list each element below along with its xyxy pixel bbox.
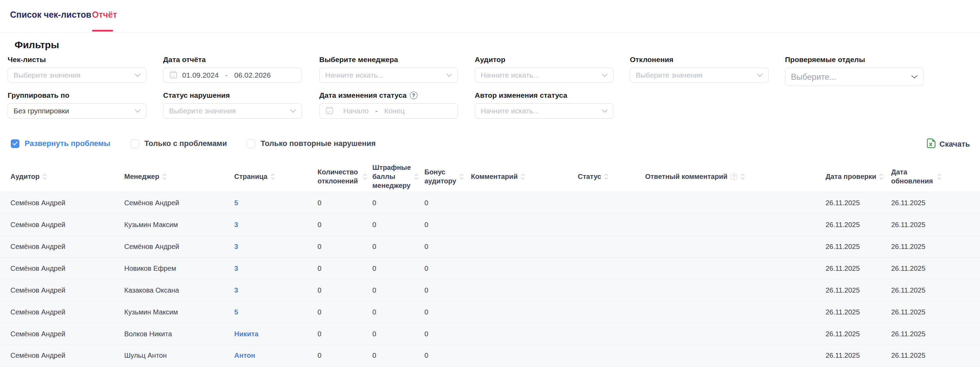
column-label: Аудитор: [10, 172, 40, 181]
cell-check_date: 26.11.2025: [826, 330, 891, 338]
cell-bonus: 0: [425, 243, 471, 251]
tab-report[interactable]: Отчёт: [92, 10, 117, 20]
cell-manager: Семёнов Андрей: [124, 199, 234, 207]
sort-icon[interactable]: [460, 173, 464, 180]
page-link[interactable]: Никита: [234, 330, 259, 338]
filter-manager-placeholder: Начните искать...: [325, 71, 384, 79]
page-link[interactable]: Антон: [234, 351, 255, 359]
cell-manager: Волков Никита: [124, 330, 234, 338]
filter-auditor-placeholder: Начните искать...: [480, 71, 539, 79]
filter-status-change-date-label: Дата изменения статуса: [319, 91, 407, 100]
column-header-bonus[interactable]: Бонус аудитору: [425, 168, 471, 185]
cell-penalty: 0: [372, 199, 425, 207]
cell-page: 5: [234, 199, 318, 207]
column-header-comment[interactable]: Комментарий: [471, 172, 578, 181]
page-link[interactable]: 3: [234, 221, 238, 228]
page-link[interactable]: 5: [234, 308, 238, 316]
filter-manager: Выберите менеджера Начните искать...: [319, 55, 458, 83]
column-header-update_date[interactable]: Дата обновления: [891, 168, 970, 185]
column-label: Штрафные баллы менеджеру: [372, 163, 411, 190]
filter-violation-status: Статус нарушения Выберите значения: [163, 91, 302, 119]
report-date-start[interactable]: 01.09.2024: [182, 71, 219, 79]
page-link[interactable]: 3: [234, 264, 238, 272]
download-button[interactable]: Скачать: [927, 138, 970, 150]
sort-icon[interactable]: [363, 173, 367, 180]
table-row: Семёнов АндрейНовиков Ефрем300026.11.202…: [0, 257, 980, 279]
filter-status-change-author-select[interactable]: Начните искать...: [475, 103, 614, 119]
filter-departments-select[interactable]: Выберите...: [785, 68, 924, 86]
help-icon[interactable]: ?: [730, 173, 737, 180]
cell-check_date: 26.11.2025: [826, 351, 891, 359]
tab-checklist-list[interactable]: Список чек-листов: [10, 10, 91, 20]
table-header: АудиторМенеджерСтраницаКоличество отклон…: [0, 161, 980, 192]
filter-checklists-select[interactable]: Выберите значения: [8, 68, 146, 83]
checkbox-label: Только повторные нарушения: [261, 139, 376, 148]
cell-bonus: 0: [425, 308, 471, 316]
cell-check_date: 26.11.2025: [826, 221, 891, 229]
column-header-page[interactable]: Страница: [234, 172, 318, 181]
column-header-reply[interactable]: Ответный комментарий?: [645, 172, 826, 181]
filter-status-change-date-input[interactable]: Начало - Конец: [319, 103, 458, 119]
column-header-auditor[interactable]: Аудитор: [10, 172, 124, 181]
cell-page: 3: [234, 287, 318, 294]
page-link[interactable]: 5: [234, 199, 238, 207]
sort-icon[interactable]: [162, 173, 167, 180]
cell-check_date: 26.11.2025: [826, 243, 891, 251]
sort-icon[interactable]: [741, 173, 745, 180]
column-header-manager[interactable]: Менеджер: [124, 172, 234, 181]
sort-icon[interactable]: [414, 173, 418, 180]
cell-page: 3: [234, 264, 318, 272]
filter-report-date-input[interactable]: 01.09.2024 - 06.02.2026: [163, 68, 302, 83]
sort-icon[interactable]: [271, 173, 275, 180]
cell-auditor: Семёнов Андрей: [10, 287, 124, 294]
checkbox-only-with-problems[interactable]: Только с проблемами: [130, 139, 227, 148]
cell-manager: Кузьмин Максим: [124, 221, 234, 229]
cell-manager: Казакова Оксана: [124, 287, 234, 294]
table-row: Семёнов АндрейСемёнов Андрей500026.11.20…: [0, 192, 980, 214]
cell-penalty: 0: [372, 264, 425, 272]
cell-bonus: 0: [425, 264, 471, 272]
table-body: Семёнов АндрейСемёнов Андрей500026.11.20…: [0, 192, 980, 366]
cell-deviations: 0: [318, 199, 372, 207]
cell-auditor: Семёнов Андрей: [10, 264, 124, 272]
column-header-status[interactable]: Статус: [578, 172, 645, 181]
cell-manager: Семёнов Андрей: [124, 243, 234, 251]
help-icon[interactable]: ?: [410, 92, 417, 99]
cell-manager: Шульц Антон: [124, 351, 234, 359]
filter-auditor-select[interactable]: Начните искать...: [475, 68, 614, 83]
sort-icon[interactable]: [937, 173, 942, 180]
column-label: Ответный комментарий: [645, 172, 727, 181]
checkbox-label: Развернуть проблемы: [25, 139, 110, 148]
cell-auditor: Семёнов Андрей: [10, 330, 124, 338]
filter-deviations-select[interactable]: Выберите значения: [630, 68, 768, 83]
cell-update_date: 26.11.2025: [891, 221, 970, 229]
checkbox-only-repeat-violations[interactable]: Только повторные нарушения: [247, 139, 376, 148]
cell-penalty: 0: [372, 287, 425, 294]
calendar-icon: [169, 70, 178, 81]
checkbox-label: Только с проблемами: [144, 139, 227, 148]
sort-icon[interactable]: [43, 173, 47, 180]
cell-update_date: 26.11.2025: [891, 199, 970, 207]
chevron-down-icon: [135, 109, 140, 113]
sort-icon[interactable]: [521, 173, 525, 180]
filter-group-by-label: Группировать по: [8, 91, 146, 100]
cell-update_date: 26.11.2025: [891, 243, 970, 251]
sort-icon[interactable]: [879, 173, 883, 180]
column-header-penalty[interactable]: Штрафные баллы менеджеру: [372, 163, 425, 190]
table-row: Семёнов АндрейВолков НикитаНикита00026.1…: [0, 323, 980, 345]
column-header-deviations[interactable]: Количество отклонений: [318, 168, 372, 185]
page-link[interactable]: 3: [234, 243, 238, 250]
filter-deviations-label: Отклонения: [630, 55, 768, 64]
checkbox-expand-problems[interactable]: Развернуть проблемы: [11, 139, 110, 148]
cell-check_date: 26.11.2025: [826, 308, 891, 316]
tabs-bar: Список чек-листов Отчёт: [0, 0, 980, 33]
filter-group-by-select[interactable]: Без группировки: [8, 103, 146, 119]
checkbox-icon: [11, 139, 19, 148]
column-header-check_date[interactable]: Дата проверки: [826, 172, 891, 181]
filter-violation-status-select[interactable]: Выберите значения: [163, 103, 302, 119]
sort-icon[interactable]: [604, 173, 608, 180]
page-link[interactable]: 3: [234, 287, 238, 294]
report-date-end[interactable]: 06.02.2026: [234, 71, 271, 79]
chevron-down-icon: [290, 109, 296, 113]
filter-manager-select[interactable]: Начните искать...: [319, 68, 458, 83]
